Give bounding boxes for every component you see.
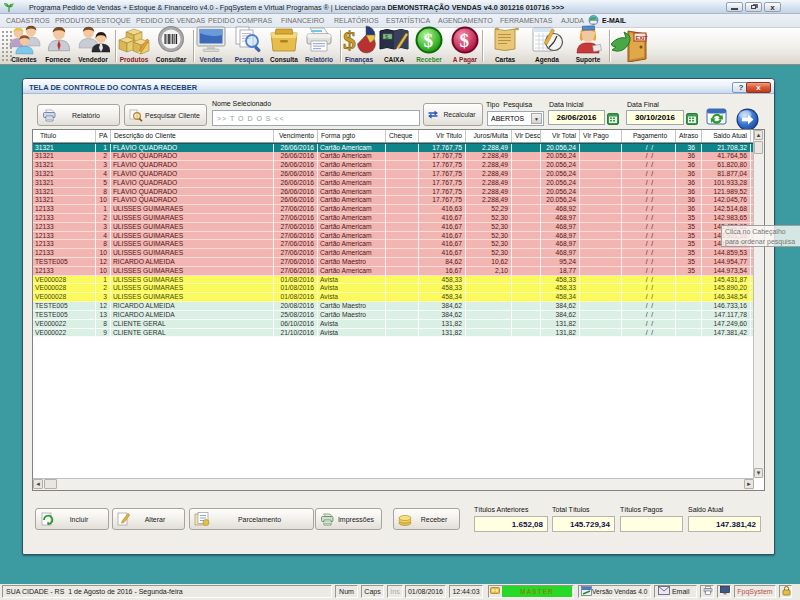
- svg-text:$: $: [424, 30, 434, 51]
- svg-text:$: $: [460, 30, 470, 51]
- svg-text:EXIT: EXIT: [636, 35, 649, 41]
- svg-text:$: $: [343, 26, 356, 55]
